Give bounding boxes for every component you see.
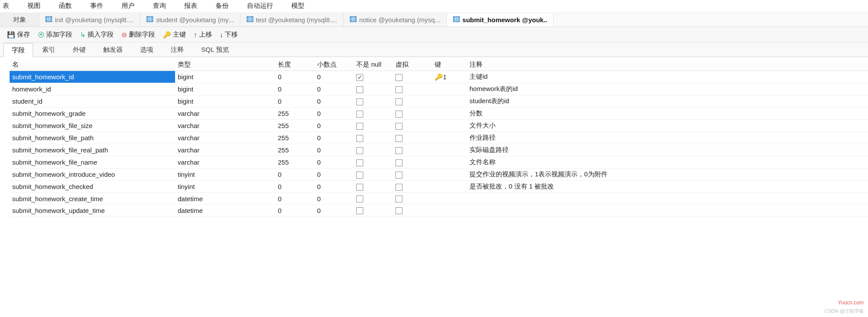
- cell-name[interactable]: submit_homework_create_time: [10, 193, 175, 205]
- menu-item[interactable]: 用户: [122, 2, 135, 10]
- checkbox-icon[interactable]: [356, 111, 363, 118]
- cell-key[interactable]: [432, 132, 467, 144]
- cell-name[interactable]: submit_homework_introduce_video: [10, 169, 175, 181]
- cell-name[interactable]: submit_homework_id: [10, 71, 175, 83]
- cell-decimals[interactable]: 0: [314, 95, 354, 108]
- cell-decimals[interactable]: 0: [314, 120, 354, 132]
- checkbox-icon[interactable]: [395, 111, 402, 118]
- checkbox-icon[interactable]: [395, 98, 402, 105]
- cell-name[interactable]: submit_homework_file_name: [10, 156, 175, 169]
- cell-type[interactable]: varchar: [175, 156, 275, 169]
- subtab[interactable]: 选项: [132, 43, 162, 57]
- menu-item[interactable]: 自动运行: [247, 2, 273, 10]
- cell-decimals[interactable]: 0: [314, 205, 354, 216]
- col-virtual[interactable]: 虚拟: [393, 59, 432, 71]
- cell-length[interactable]: 255: [275, 132, 314, 144]
- checkbox-icon[interactable]: [356, 123, 363, 130]
- checkbox-icon[interactable]: [395, 123, 402, 130]
- cell-key[interactable]: [432, 144, 467, 156]
- cell-length[interactable]: 255: [275, 120, 314, 132]
- field-row[interactable]: submit_homework_checkedtinyint00是否被批改，0 …: [10, 181, 868, 193]
- checkbox-icon[interactable]: [356, 207, 363, 214]
- checkbox-icon[interactable]: [356, 86, 363, 93]
- checkbox-icon[interactable]: [356, 147, 363, 154]
- subtab[interactable]: 外键: [64, 43, 94, 57]
- cell-not-null[interactable]: [354, 205, 393, 216]
- cell-virtual[interactable]: [393, 193, 432, 205]
- cell-decimals[interactable]: 0: [314, 132, 354, 144]
- primary-key-button[interactable]: 🔑 主键: [160, 30, 189, 40]
- checkbox-icon[interactable]: [356, 196, 363, 202]
- cell-comment[interactable]: 提交作业的视频演示，1表示视频演示，0为附件: [467, 169, 868, 181]
- cell-name[interactable]: submit_homework_checked: [10, 181, 175, 193]
- cell-not-null[interactable]: [354, 181, 393, 193]
- delete-field-button[interactable]: ⊖ 删除字段: [119, 30, 158, 40]
- field-row[interactable]: submit_homework_idbigint00🔑1主键id: [10, 71, 868, 83]
- cell-decimals[interactable]: 0: [314, 181, 354, 193]
- checkbox-icon[interactable]: [356, 74, 363, 81]
- checkbox-icon[interactable]: [395, 207, 402, 214]
- cell-key[interactable]: [432, 120, 467, 132]
- checkbox-icon[interactable]: [395, 74, 402, 81]
- checkbox-icon[interactable]: [395, 172, 402, 179]
- cell-comment[interactable]: 实际磁盘路径: [467, 144, 868, 156]
- cell-length[interactable]: 0: [275, 71, 314, 83]
- col-length[interactable]: 长度: [275, 59, 314, 71]
- checkbox-icon[interactable]: [356, 184, 363, 191]
- col-type[interactable]: 类型: [175, 59, 275, 71]
- menu-item[interactable]: 模型: [291, 2, 304, 10]
- cell-not-null[interactable]: [354, 193, 393, 205]
- cell-virtual[interactable]: [393, 169, 432, 181]
- cell-length[interactable]: 255: [275, 156, 314, 169]
- col-decimals[interactable]: 小数点: [314, 59, 354, 71]
- cell-key[interactable]: 🔑1: [432, 71, 467, 83]
- editor-tab[interactable]: init @youketang (mysql8....: [39, 13, 140, 27]
- subtab[interactable]: SQL 预览: [193, 43, 237, 57]
- cell-virtual[interactable]: [393, 132, 432, 144]
- field-row[interactable]: homework_idbigint00homework表的id: [10, 83, 868, 95]
- cell-decimals[interactable]: 0: [314, 193, 354, 205]
- cell-not-null[interactable]: [354, 95, 393, 108]
- field-row[interactable]: submit_homework_file_real_pathvarchar255…: [10, 144, 868, 156]
- cell-length[interactable]: 0: [275, 169, 314, 181]
- cell-key[interactable]: [432, 181, 467, 193]
- cell-key[interactable]: [432, 169, 467, 181]
- cell-virtual[interactable]: [393, 108, 432, 120]
- editor-tab[interactable]: submit_homework @youk..: [447, 13, 554, 27]
- cell-type[interactable]: tinyint: [175, 169, 275, 181]
- field-row[interactable]: submit_homework_gradevarchar2550分数: [10, 108, 868, 120]
- cell-decimals[interactable]: 0: [314, 108, 354, 120]
- checkbox-icon[interactable]: [356, 172, 363, 179]
- subtab[interactable]: 索引: [34, 43, 64, 57]
- tab-objects[interactable]: 对象: [0, 13, 39, 27]
- cell-type[interactable]: varchar: [175, 132, 275, 144]
- field-row[interactable]: submit_homework_file_sizevarchar2550文件大小: [10, 120, 868, 132]
- cell-length[interactable]: 255: [275, 108, 314, 120]
- checkbox-icon[interactable]: [395, 147, 402, 154]
- cell-comment[interactable]: 是否被批改，0 没有 1 被批改: [467, 181, 868, 193]
- cell-length[interactable]: 0: [275, 95, 314, 108]
- field-row[interactable]: submit_homework_file_pathvarchar2550作业路径: [10, 132, 868, 144]
- cell-name[interactable]: submit_homework_file_real_path: [10, 144, 175, 156]
- cell-not-null[interactable]: [354, 83, 393, 95]
- cell-comment[interactable]: 主键id: [467, 71, 868, 83]
- editor-tab[interactable]: test @youketang (mysql8....: [240, 13, 344, 27]
- cell-virtual[interactable]: [393, 181, 432, 193]
- editor-tab[interactable]: notice @youketang (mysq...: [344, 13, 447, 27]
- cell-decimals[interactable]: 0: [314, 83, 354, 95]
- field-row[interactable]: submit_homework_create_timedatetime00: [10, 193, 868, 205]
- cell-type[interactable]: varchar: [175, 144, 275, 156]
- cell-type[interactable]: datetime: [175, 193, 275, 205]
- insert-field-button[interactable]: ↳ 插入字段: [78, 30, 116, 40]
- cell-virtual[interactable]: [393, 156, 432, 169]
- checkbox-icon[interactable]: [356, 98, 363, 105]
- subtab[interactable]: 字段: [3, 43, 33, 57]
- move-down-button[interactable]: ↓ 下移: [217, 30, 241, 40]
- cell-key[interactable]: [432, 156, 467, 169]
- checkbox-icon[interactable]: [395, 86, 402, 93]
- menu-item[interactable]: 表: [3, 2, 9, 10]
- add-field-button[interactable]: ⦿ 添加字段: [35, 30, 75, 40]
- cell-name[interactable]: student_id: [10, 95, 175, 108]
- cell-not-null[interactable]: [354, 156, 393, 169]
- cell-decimals[interactable]: 0: [314, 144, 354, 156]
